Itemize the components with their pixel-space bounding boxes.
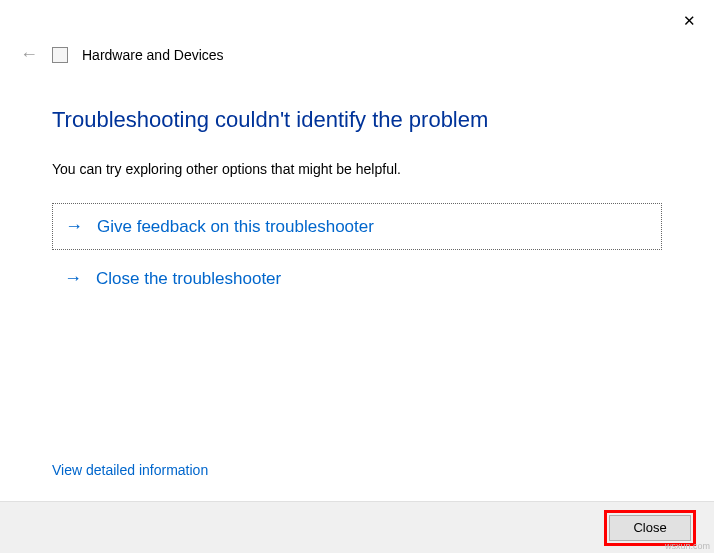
footer: Close [0, 501, 714, 553]
give-feedback-option[interactable]: → Give feedback on this troubleshooter [52, 203, 662, 250]
view-detailed-link[interactable]: View detailed information [52, 462, 208, 478]
breadcrumb: Hardware and Devices [82, 47, 224, 63]
give-feedback-label: Give feedback on this troubleshooter [97, 217, 374, 237]
troubleshooter-icon [52, 47, 68, 63]
header-row: ← Hardware and Devices [0, 40, 714, 65]
page-description: You can try exploring other options that… [52, 161, 662, 177]
close-troubleshooter-label: Close the troubleshooter [96, 269, 281, 289]
arrow-right-icon: → [65, 216, 83, 237]
back-arrow-icon: ← [20, 44, 38, 65]
title-bar: ✕ [0, 0, 714, 40]
watermark: wsxun.com [665, 541, 710, 551]
arrow-right-icon: → [64, 268, 82, 289]
page-title: Troubleshooting couldn't identify the pr… [52, 107, 662, 133]
content-area: Troubleshooting couldn't identify the pr… [0, 65, 714, 301]
close-icon[interactable]: ✕ [683, 13, 696, 28]
close-button[interactable]: Close [609, 515, 691, 541]
close-troubleshooter-option[interactable]: → Close the troubleshooter [52, 256, 662, 301]
